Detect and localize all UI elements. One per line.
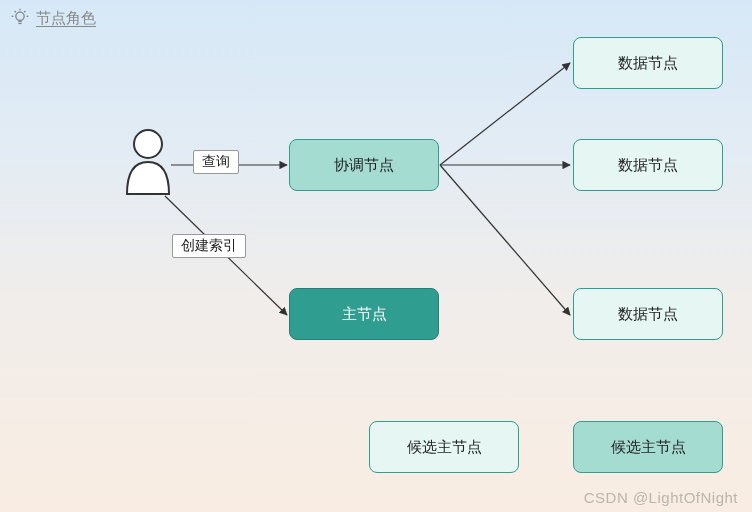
node-label: 数据节点 [618,54,678,73]
node-data-1: 数据节点 [573,37,723,89]
svg-line-10 [440,63,570,165]
node-coordinator: 协调节点 [289,139,439,191]
edge-label-create-index: 创建索引 [172,234,246,258]
node-label: 主节点 [342,305,387,324]
node-label: 候选主节点 [407,438,482,457]
node-data-2: 数据节点 [573,139,723,191]
lightbulb-icon [10,8,30,28]
edge-label-query: 查询 [193,150,239,174]
diagram-title: 节点角色 [36,9,96,28]
node-master: 主节点 [289,288,439,340]
node-label: 数据节点 [618,305,678,324]
diagram-title-area: 节点角色 [10,8,96,28]
node-label: 候选主节点 [611,438,686,457]
svg-point-0 [16,12,24,20]
node-candidate-1: 候选主节点 [369,421,519,473]
user-icon [123,128,173,200]
node-label: 数据节点 [618,156,678,175]
node-label: 协调节点 [334,156,394,175]
svg-line-12 [440,165,570,315]
watermark: CSDN @LightOfNight [584,489,738,506]
node-candidate-2: 候选主节点 [573,421,723,473]
svg-point-13 [134,130,162,158]
svg-line-4 [15,11,16,12]
node-data-3: 数据节点 [573,288,723,340]
svg-line-5 [24,11,25,12]
